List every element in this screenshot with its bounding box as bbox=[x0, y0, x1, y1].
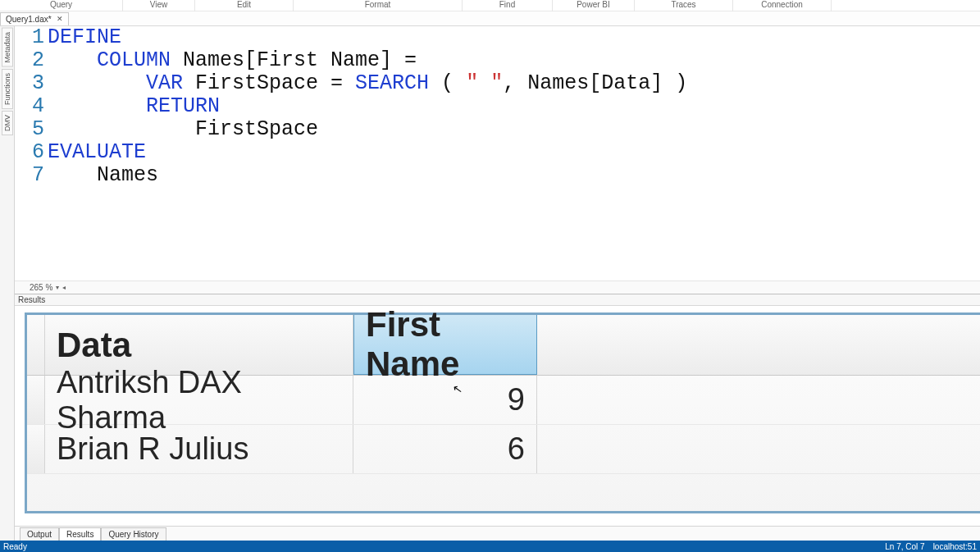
chevron-down-icon[interactable]: ▾ bbox=[56, 284, 59, 291]
cell-first-name[interactable]: 6 bbox=[353, 425, 537, 473]
row-handle[interactable] bbox=[27, 376, 45, 424]
file-tab-label: Query1.dax* bbox=[6, 15, 52, 24]
zoom-bar: 265 % ▾ ◂ bbox=[15, 281, 980, 294]
menu-format[interactable]: Format bbox=[294, 0, 463, 11]
side-tab-functions[interactable]: Functions bbox=[2, 69, 13, 109]
cell-data[interactable]: Antriksh DAX Sharma bbox=[45, 376, 353, 424]
status-bar: Ready Ln 7, Col 7 localhost:51 bbox=[0, 541, 980, 552]
cell-first-name[interactable]: 9 bbox=[353, 376, 537, 424]
menu-bar: QueryViewEditFormatFindPower BITracesCon… bbox=[0, 0, 980, 11]
zoom-level[interactable]: 265 % bbox=[30, 283, 52, 292]
chevron-left-icon[interactable]: ◂ bbox=[62, 284, 66, 291]
side-tab-strip: MetadataFunctionsDMV bbox=[0, 26, 15, 541]
status-text: Ready bbox=[3, 542, 27, 551]
bottom-tab-results[interactable]: Results bbox=[59, 527, 101, 541]
line-gutter: 1234567 bbox=[15, 26, 48, 281]
close-icon[interactable]: ✕ bbox=[55, 15, 65, 23]
table-row[interactable]: Brian R Julius6 bbox=[27, 425, 980, 474]
results-panel-header: Results bbox=[15, 294, 980, 306]
status-cursor-pos: Ln 7, Col 7 bbox=[885, 542, 924, 551]
menu-find[interactable]: Find bbox=[463, 0, 553, 11]
status-connection: localhost:51 bbox=[933, 542, 977, 551]
menu-view[interactable]: View bbox=[123, 0, 195, 11]
menu-traces[interactable]: Traces bbox=[635, 0, 733, 11]
menu-power-bi[interactable]: Power BI bbox=[553, 0, 635, 11]
file-tab-query1[interactable]: Query1.dax* ✕ bbox=[0, 12, 69, 25]
menu-edit[interactable]: Edit bbox=[195, 0, 294, 11]
bottom-tab-strip: OutputResultsQuery History bbox=[15, 526, 980, 541]
cell-data[interactable]: Brian R Julius bbox=[45, 425, 353, 473]
bottom-tab-query-history[interactable]: Query History bbox=[101, 527, 166, 541]
row-handle[interactable] bbox=[27, 315, 45, 375]
column-header-first-name[interactable]: First Name bbox=[353, 315, 537, 375]
side-tab-metadata[interactable]: Metadata bbox=[2, 28, 13, 67]
results-grid[interactable]: Data First Name Antriksh DAX Sharma9Bria… bbox=[25, 312, 980, 513]
side-tab-dmv[interactable]: DMV bbox=[2, 111, 13, 135]
results-panel: Results Data First Name Antriksh DAX Sha… bbox=[15, 294, 980, 541]
menu-connection[interactable]: Connection bbox=[733, 0, 832, 11]
row-handle[interactable] bbox=[27, 425, 45, 473]
code-editor[interactable]: 1234567 DEFINE COLUMN Names[First Name] … bbox=[15, 26, 980, 294]
bottom-tab-output[interactable]: Output bbox=[20, 527, 59, 541]
code-lines[interactable]: DEFINE COLUMN Names[First Name] = VAR Fi… bbox=[48, 26, 980, 281]
menu-query[interactable]: Query bbox=[0, 0, 123, 11]
table-row[interactable]: Antriksh DAX Sharma9 bbox=[27, 376, 980, 425]
file-tab-strip: Query1.dax* ✕ bbox=[0, 11, 980, 26]
